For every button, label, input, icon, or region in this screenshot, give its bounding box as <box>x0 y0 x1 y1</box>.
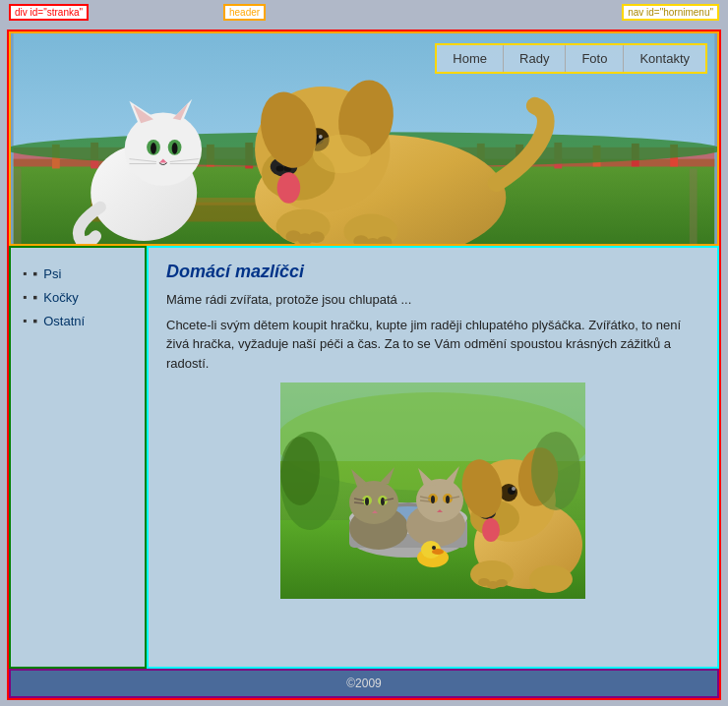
top-nav[interactable]: Home Rady Foto Kontakty <box>435 43 707 74</box>
svg-line-94 <box>420 500 430 501</box>
svg-point-78 <box>365 498 369 505</box>
svg-point-120 <box>280 437 320 505</box>
svg-rect-63 <box>690 168 698 244</box>
svg-point-44 <box>277 172 301 203</box>
svg-point-79 <box>381 498 385 505</box>
article-intro: Máme rádi zvířata, protože jsou chlupatá… <box>166 290 699 310</box>
main-content: ▪ Psi ▪ Kočky ▪ Ostatní Domácí mazlíčci <box>9 246 719 669</box>
nav-kocky-link[interactable]: Kočky <box>43 290 78 305</box>
svg-point-31 <box>151 143 156 154</box>
svg-point-58 <box>309 231 325 243</box>
stranka-label: div id="stranka" <box>9 4 89 21</box>
svg-line-82 <box>354 502 364 503</box>
copyright: ©2009 <box>346 677 382 690</box>
svg-point-24 <box>125 112 203 186</box>
article-section: Domácí mazlíčci Máme rádi zvířata, proto… <box>147 246 719 669</box>
svg-point-32 <box>172 143 178 154</box>
svg-point-91 <box>446 496 450 503</box>
svg-point-99 <box>432 546 436 550</box>
nav-foto[interactable]: Foto <box>566 45 624 72</box>
svg-point-117 <box>496 579 508 587</box>
page-outer: div id="stranka" header nav id="hornimen… <box>0 0 728 706</box>
nav-ostatni-link[interactable]: Ostatní <box>43 314 85 328</box>
svg-rect-62 <box>14 168 22 244</box>
svg-point-112 <box>482 518 500 542</box>
nav-kontakty[interactable]: Kontakty <box>624 45 705 72</box>
nav-home[interactable]: Home <box>437 45 504 72</box>
svg-point-119 <box>531 432 580 510</box>
footer-section: ©2009 <box>9 669 719 698</box>
article-image <box>280 382 585 599</box>
nav-bullet: ▪ <box>32 313 37 328</box>
svg-point-49 <box>319 135 323 139</box>
left-nav[interactable]: ▪ Psi ▪ Kočky ▪ Ostatní <box>9 246 147 669</box>
svg-point-42 <box>276 165 284 171</box>
svg-point-90 <box>431 496 435 503</box>
pets-photo-svg <box>280 382 585 599</box>
svg-point-53 <box>313 135 371 173</box>
nav-psi-item: ▪ Psi <box>23 265 133 281</box>
svg-point-114 <box>529 565 573 593</box>
nav-bullet: ▪ <box>32 265 37 281</box>
article-title: Domácí mazlíčci <box>166 262 699 282</box>
nav-psi-link[interactable]: Psi <box>43 266 61 281</box>
article-body: Chcete-li svým dětem koupit hračku, kupt… <box>166 316 699 374</box>
header-label: header <box>223 4 266 21</box>
nav-rady[interactable]: Rady <box>504 45 566 72</box>
nav-ostatni-item: ▪ Ostatní <box>23 313 133 328</box>
nav-kocky-item: ▪ Kočky <box>23 289 133 305</box>
header-section: Home Rady Foto Kontakty <box>9 31 719 246</box>
hornimenu-label: nav id="hornimenu" <box>622 4 719 21</box>
svg-point-108 <box>512 487 516 491</box>
nav-bullet: ▪ <box>32 289 37 305</box>
stranka-div: Home Rady Foto Kontakty ▪ Psi ▪ Kočky <box>7 29 721 700</box>
